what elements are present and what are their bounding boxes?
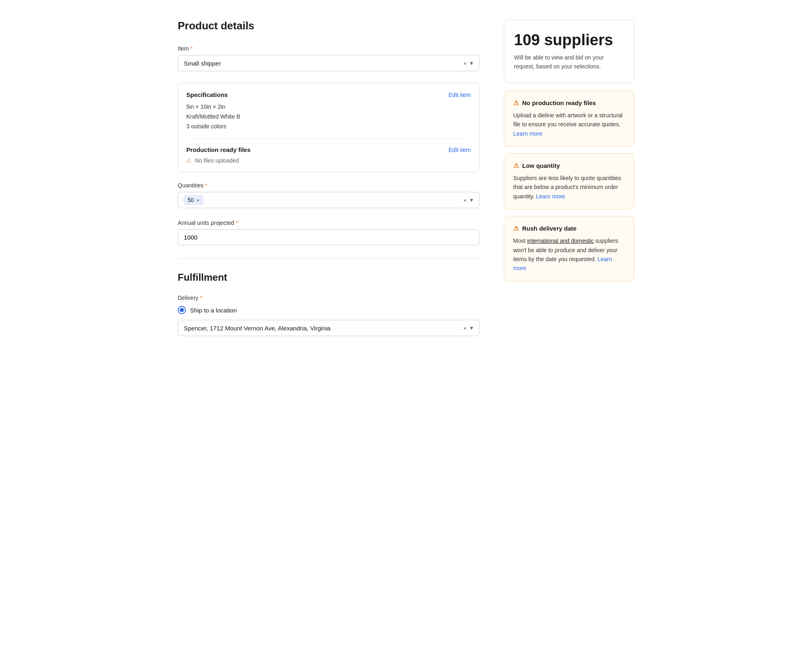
specs-line1: 5in × 10in × 2in <box>186 102 471 112</box>
alert-rush-delivery-learn-more[interactable]: Learn more <box>513 256 612 271</box>
quantity-tag: 50 × <box>184 196 203 205</box>
quantities-chevron-icon: ▾ <box>470 196 473 204</box>
location-chevron-icon: ▾ <box>470 324 473 332</box>
sidebar: 109 suppliers Will be able to view and b… <box>504 20 634 336</box>
specs-edit-link[interactable]: Edit item <box>449 92 471 98</box>
location-clear-icon[interactable]: × <box>463 325 467 332</box>
alert-rush-delivery-underline: international and domestic <box>527 238 594 244</box>
no-files-row: ⚠ No files uploaded <box>186 157 471 164</box>
specs-details: 5in × 10in × 2in Kraft/Mottled White B 3… <box>186 102 471 131</box>
alert-rush-delivery-title: Rush delivery date <box>522 225 576 232</box>
specs-line3: 3 outside colors <box>186 122 471 132</box>
alert-no-files-body: Upload a dieline with artwork or a struc… <box>513 111 625 138</box>
suppliers-count: 109 suppliers <box>514 31 624 49</box>
delivery-required-star: * <box>200 295 202 301</box>
alert-low-quantity: ⚠ Low quantity Suppliers are less likely… <box>504 153 634 209</box>
quantities-select[interactable]: 50 × × ▾ <box>178 192 479 208</box>
alert-rush-delivery: ⚠ Rush delivery date Most international … <box>504 216 634 282</box>
quantities-field-section: Quantities * 50 × × ▾ <box>178 182 479 208</box>
alert-rush-delivery-body: Most international and domestic supplier… <box>513 236 625 273</box>
ship-to-location-radio[interactable] <box>178 306 186 314</box>
quantities-select-icons: × ▾ <box>463 196 473 204</box>
alert-rush-delivery-icon: ⚠ <box>513 224 519 232</box>
alert-low-quantity-learn-more[interactable]: Learn more <box>536 193 565 200</box>
specs-title: Specifications <box>186 91 228 98</box>
no-files-warn-icon: ⚠ <box>186 157 192 164</box>
main-content: Product details Item * Small shipper × ▾… <box>178 20 479 336</box>
location-select-icons: × ▾ <box>463 324 473 332</box>
radio-inner <box>180 308 184 312</box>
quantity-tag-remove[interactable]: × <box>196 197 200 203</box>
quantities-required-star: * <box>205 182 207 189</box>
alert-no-files-header: ⚠ No production ready files <box>513 99 625 107</box>
quantities-label: Quantities * <box>178 182 479 189</box>
item-required-star: * <box>190 45 192 52</box>
quantity-tag-value: 50 <box>188 197 194 203</box>
quantities-clear-icon[interactable]: × <box>463 197 467 204</box>
alert-no-files-title: No production ready files <box>522 99 596 106</box>
alert-low-quantity-header: ⚠ Low quantity <box>513 162 625 169</box>
alert-no-files-icon: ⚠ <box>513 99 519 107</box>
item-field-section: Item * Small shipper × ▾ <box>178 45 479 71</box>
production-files-edit-link[interactable]: Edit item <box>449 147 471 153</box>
page-title: Product details <box>178 20 479 32</box>
alert-low-quantity-body: Suppliers are less likely to quote quant… <box>513 174 625 201</box>
location-select[interactable]: Spencer, 1712 Mount Vernon Ave, Alexandr… <box>178 320 479 336</box>
fulfillment-section: Fulfillment Delivery * Ship to a locatio… <box>178 272 479 336</box>
location-select-value: Spencer, 1712 Mount Vernon Ave, Alexandr… <box>184 325 463 332</box>
ship-to-location-label: Ship to a location <box>190 307 237 314</box>
alert-low-quantity-icon: ⚠ <box>513 162 519 169</box>
suppliers-card: 109 suppliers Will be able to view and b… <box>504 20 634 83</box>
production-files-header: Production ready files Edit item <box>186 146 471 153</box>
item-select[interactable]: Small shipper × ▾ <box>178 55 479 71</box>
alert-no-files: ⚠ No production ready files Upload a die… <box>504 90 634 147</box>
specs-line2: Kraft/Mottled White B <box>186 112 471 122</box>
suppliers-desc: Will be able to view and bid on your req… <box>514 53 624 71</box>
production-files-section: Production ready files Edit item ⚠ No fi… <box>186 139 471 164</box>
item-chevron-icon: ▾ <box>470 59 473 67</box>
production-files-title: Production ready files <box>186 146 251 153</box>
item-clear-icon[interactable]: × <box>463 60 467 67</box>
section-divider <box>178 258 479 259</box>
item-label: Item * <box>178 45 479 52</box>
annual-units-field-section: Annual units projected * <box>178 220 479 245</box>
delivery-label: Delivery * <box>178 295 479 301</box>
fulfillment-title: Fulfillment <box>178 272 479 283</box>
annual-units-label: Annual units projected * <box>178 220 479 226</box>
specs-card: Specifications Edit item 5in × 10in × 2i… <box>178 83 479 172</box>
annual-units-required-star: * <box>236 220 238 226</box>
ship-to-location-radio-row: Ship to a location <box>178 306 479 314</box>
specs-header: Specifications Edit item <box>186 91 471 98</box>
item-select-value: Small shipper <box>184 60 463 67</box>
annual-units-input[interactable] <box>178 229 479 245</box>
alert-low-quantity-title: Low quantity <box>522 162 560 169</box>
alert-no-files-learn-more[interactable]: Learn more <box>513 130 543 137</box>
no-files-label: No files uploaded <box>195 157 239 164</box>
item-select-icons: × ▾ <box>463 59 473 67</box>
alert-rush-delivery-header: ⚠ Rush delivery date <box>513 224 625 232</box>
